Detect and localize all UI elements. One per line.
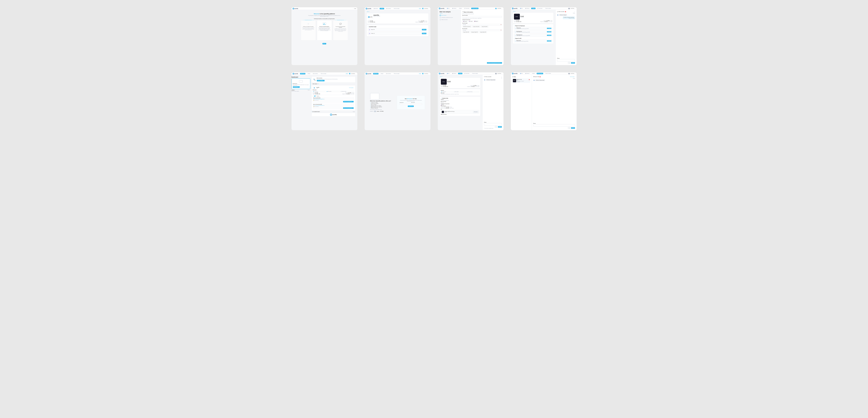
preview-icon	[299, 80, 303, 83]
file-thumb	[442, 111, 444, 113]
chat-title: Talk to a consultant	[558, 11, 564, 12]
view-all-completed[interactable]: View all →	[353, 111, 355, 112]
calendar-icon: 📅	[501, 24, 501, 25]
screen-dashboard: quantifly ▦ Dashboard ⎄ Analysis 💬 Conve…	[291, 72, 357, 130]
input-start-date[interactable]: dd/mm/yyyy📅	[462, 24, 502, 25]
logo[interactable]: quantifly	[292, 8, 298, 9]
step-1[interactable]: Basic information	[442, 15, 446, 16]
download-button[interactable]: ⬇ Download	[547, 28, 552, 29]
message-input[interactable]	[484, 123, 502, 126]
send-button[interactable]: Send ✈	[571, 127, 575, 129]
lang-en[interactable]: English	[474, 21, 478, 22]
message-label: Message	[557, 58, 575, 59]
logo-text: quantifly	[294, 8, 298, 9]
phone-input[interactable]	[411, 103, 422, 105]
mini-logo	[313, 87, 316, 89]
label-lang: Language of the questionnaire	[462, 19, 502, 20]
nav-dashboard[interactable]: ▦ Dashboard	[373, 8, 378, 9]
welcome-intro: The Quantifly platform is designed for u…	[307, 15, 342, 17]
copy-icon[interactable]: ⧉	[324, 99, 324, 99]
demo-badge: Demo	[418, 8, 422, 9]
send-button[interactable]: Send ✈	[498, 126, 502, 128]
nav-start-new[interactable]: ✎ Start new analysis	[393, 8, 400, 9]
partner-logo: OPTIWEB	[380, 111, 384, 112]
back-link[interactable]: ← Back to	[440, 76, 481, 77]
date-option[interactable]: Tuesday 19, Mar 2024	[472, 26, 480, 28]
pdf-icon: 📃	[515, 28, 516, 29]
chart-icon	[323, 23, 326, 25]
chat-message-me: The details on the image you shared toda…	[563, 17, 575, 19]
card3-body: Our platform now makes it very simple to…	[334, 28, 347, 32]
close-icon[interactable]: ✕	[575, 11, 575, 12]
step-1-icon: 1	[440, 14, 441, 16]
attach-button[interactable]: 📎	[495, 126, 497, 128]
step-2[interactable]: Entering data on departments and users	[442, 17, 453, 18]
access-en-button[interactable]: Access to the questionnaire →	[343, 107, 354, 109]
topbar: quantifly ⎋ Logout	[291, 7, 357, 10]
date-option[interactable]: Sunday 28, Apr 2024	[479, 31, 487, 33]
form-title: Basic information	[464, 11, 473, 12]
screen-full-access: quantifly ▦ Dashboard ⎄ Analysis 💬 Conve…	[365, 72, 430, 130]
date-option[interactable]: Wednesday 13, Mar 2024	[462, 26, 471, 28]
input-analysis-name[interactable]	[462, 16, 502, 18]
lang-hr[interactable]: Croatian	[468, 21, 473, 22]
step-3-icon: 3	[440, 19, 441, 21]
close-icon[interactable]: ✕	[501, 77, 502, 77]
back-link[interactable]: ← Back to	[367, 11, 429, 12]
date-option[interactable]: Friday 29, Mar 2024	[462, 31, 470, 33]
test-prod-toggle[interactable]	[314, 96, 316, 96]
file-download[interactable]: ⬇ Download	[473, 111, 478, 113]
message-input[interactable]	[557, 59, 575, 62]
form-sub: Enter basic information about the questi…	[462, 13, 502, 14]
step-3[interactable]: Additional information	[442, 19, 448, 20]
open-link-sl[interactable]: Open link	[422, 33, 426, 34]
full-access-body: Discover all the functionalities the pla…	[293, 85, 309, 86]
avatar[interactable]: JN	[422, 8, 424, 9]
view-all-updates[interactable]: View all →	[308, 90, 310, 91]
magnify-icon: 🔍	[313, 78, 316, 81]
attach-button[interactable]: 📎	[568, 62, 570, 64]
offer-heading: What does Quantifly platform offer you?	[370, 100, 396, 101]
logout-link[interactable]: Logout	[354, 8, 356, 9]
nav-admin[interactable]: 👤 Admin	[446, 8, 451, 9]
report-hr: 📃General reportAaGfNu8W-WxaJcPxeJQOY3-or…	[514, 39, 553, 42]
screen-analysis-detail: quantifly 👤 Admin ▦ Dashboard ⎄ Analysis…	[438, 72, 503, 130]
illustration	[370, 93, 379, 100]
copy-icon[interactable]: ⧉	[324, 105, 324, 106]
functionalities-heading: The following functionalities are curren…	[314, 19, 335, 19]
input-end-date[interactable]: dd/mm/yyyy📅	[462, 29, 502, 31]
open-link-en[interactable]: Open link	[422, 29, 426, 30]
back-link[interactable]: ← Back to	[513, 11, 554, 12]
name-note: Lorem ipsum dolor sit amet, consectetur.…	[462, 18, 502, 19]
plus-icon: +	[308, 23, 309, 25]
report-design: 📃Design DepartmentTNRqyjThBgMQCOv8e1-Nam…	[514, 34, 553, 37]
start-analysis-button[interactable]: Start new analysis →	[317, 80, 324, 81]
message-input[interactable]	[533, 124, 575, 127]
attach-button[interactable]: 📎	[568, 127, 570, 129]
info-icon: ⓘ	[462, 11, 464, 13]
date-option[interactable]: Friday 29, Mar 2024	[481, 26, 488, 28]
back-link[interactable]: ← Back to	[440, 13, 459, 14]
next-button[interactable]: Next →	[322, 43, 327, 44]
full-access-button[interactable]: Get Full Access →	[293, 86, 300, 88]
send-button[interactable]: Send ✈	[571, 62, 575, 64]
company-input[interactable]	[400, 103, 410, 105]
get-access-button[interactable]: Get full access	[408, 106, 414, 107]
to-analysis-link[interactable]: To the analysis →	[349, 87, 354, 88]
conversation-item[interactable]: PROFIL 360 Internal – Profil1 Profil Hel…	[512, 79, 530, 83]
insight-heading: 📄Quantifly Insight	[368, 26, 427, 27]
screen-analysis-insight: quantifly ▦ Dashboard ⎄ Analysis 💬 Conve…	[365, 7, 430, 65]
nav-analysis[interactable]: ⎄ Analysis	[380, 8, 384, 9]
logo-icon	[292, 8, 294, 9]
date-option[interactable]: Saturday 13, Apr 2024	[470, 31, 479, 33]
continue-button[interactable]: Continue to entering departments and use…	[487, 62, 502, 64]
org-sub: Quantifly Insight Report	[374, 16, 380, 17]
consultant-avatar: 👤	[557, 14, 559, 16]
chat-icon: 💬	[557, 11, 558, 12]
access-sl-button[interactable]: Access to the questionnaire →	[343, 101, 354, 102]
doc-icon: 📄	[514, 25, 515, 26]
screen-welcome: quantifly ⎋ Logout Welcome to the Quanti…	[291, 7, 357, 65]
nav-conversations[interactable]: 💬 Conversations	[385, 8, 392, 9]
go-to-analysis[interactable]: Go to the analysis →	[570, 77, 575, 77]
lang-sl[interactable]: Slovenian	[462, 21, 468, 22]
